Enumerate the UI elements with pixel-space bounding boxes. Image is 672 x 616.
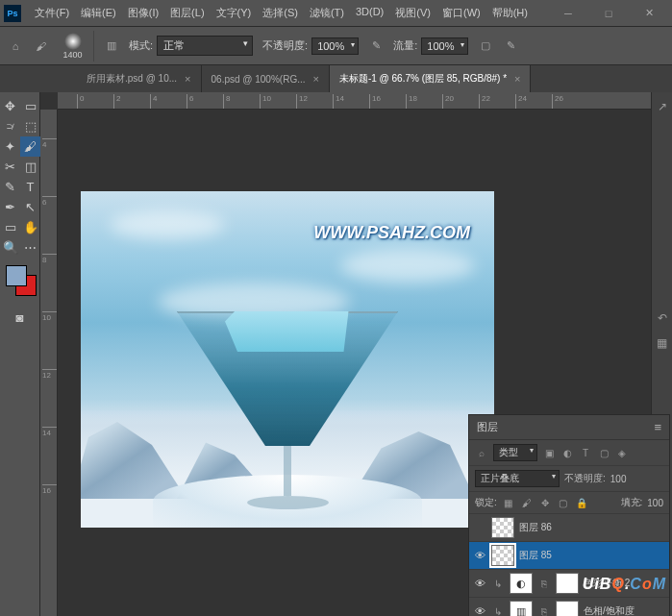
brush-tool-icon[interactable]: 🖌 [33, 38, 48, 54]
pen-tool[interactable]: ✒ [0, 197, 20, 217]
mask-thumb[interactable] [556, 573, 579, 594]
filter-smart-icon[interactable]: ◈ [615, 446, 629, 459]
ruler-v-4: 4 [42, 138, 58, 149]
layer-name[interactable]: 色相/饱和度 [584, 604, 635, 616]
filter-adj-icon[interactable]: ◐ [560, 446, 574, 459]
foreground-color[interactable] [6, 265, 27, 286]
minimize-button[interactable]: ─ [549, 2, 587, 25]
edit-toolbar[interactable]: ⋯ [20, 237, 40, 258]
menu-edit[interactable]: 编辑(E) [75, 2, 122, 24]
dock-history-icon[interactable]: ↶ [653, 308, 672, 328]
tab-1-title: 06.psd @ 100%(RG... [212, 74, 306, 85]
ruler-vertical[interactable]: 4 6 8 10 12 14 16 [40, 110, 58, 616]
tab-0[interactable]: 所用素材.psd @ 10...× [77, 65, 202, 92]
menu-view[interactable]: 视图(V) [389, 2, 436, 24]
lasso-tool[interactable]: ⟉ [0, 116, 20, 136]
visibility-toggle[interactable]: 👁 [473, 604, 486, 616]
wand-tool[interactable]: ✦ [0, 136, 20, 157]
filter-shape-icon[interactable]: ▢ [597, 446, 610, 459]
blend-row: 正片叠底 不透明度: 100 [469, 466, 669, 492]
menu-file[interactable]: 文件(F) [29, 2, 75, 24]
visibility-toggle[interactable] [473, 521, 486, 534]
ruler-h-8: 8 [223, 94, 230, 110]
pressure-opacity-icon[interactable]: ✎ [368, 38, 384, 54]
opacity-value[interactable]: 100 [610, 474, 627, 484]
link-icon: ⎘ [537, 604, 551, 616]
visibility-toggle[interactable]: 👁 [473, 549, 486, 562]
hand-tool[interactable]: ✋ [20, 217, 40, 237]
eraser-tool[interactable]: ◫ [20, 157, 40, 177]
lock-label: 锁定: [475, 496, 497, 509]
opacity-label: 不透明度: [564, 472, 606, 485]
zoom-tool[interactable]: 🔍 [0, 237, 20, 258]
dock-edit-icon[interactable]: ↗ [653, 97, 672, 116]
menu-layer[interactable]: 图层(L) [164, 2, 210, 24]
tab-1-close[interactable]: × [313, 73, 319, 85]
menu-help[interactable]: 帮助(H) [486, 2, 534, 24]
move-tool[interactable]: ✥ [0, 96, 20, 116]
layer-name[interactable]: 图层 86 [519, 521, 552, 534]
layer-name[interactable]: 图层 85 [519, 549, 552, 562]
home-icon[interactable]: ⌂ [8, 38, 23, 54]
close-button[interactable]: ✕ [630, 2, 668, 25]
search-icon[interactable]: ⌕ [475, 446, 488, 459]
mask-thumb[interactable] [556, 601, 579, 616]
flow-input[interactable]: 100% [421, 37, 468, 55]
ruler-h-0: 0 [77, 94, 84, 110]
path-tool[interactable]: ↖ [20, 197, 40, 217]
lock-artboard-icon[interactable]: ▢ [557, 496, 570, 509]
dock-swatches-icon[interactable]: ▦ [653, 333, 672, 353]
brush-preview[interactable]: 1400 [58, 31, 94, 62]
tab-2[interactable]: 未标题-1 @ 66.7% (图层 85, RGB/8#) *× [330, 65, 532, 92]
adj-thumb[interactable]: ◐ [510, 573, 533, 594]
ruler-v-12: 12 [42, 369, 58, 380]
flow-label: 流量: [393, 38, 417, 53]
menu-type[interactable]: 文字(Y) [211, 2, 258, 24]
type-tool[interactable]: T [20, 177, 40, 197]
maximize-button[interactable]: □ [589, 2, 628, 25]
menu-select[interactable]: 选择(S) [257, 2, 304, 24]
pressure-size-icon[interactable]: ✎ [503, 38, 518, 54]
tab-0-close[interactable]: × [185, 73, 190, 85]
fill-value[interactable]: 100 [647, 498, 663, 508]
ps-logo: Ps [4, 5, 21, 22]
adj-thumb[interactable]: ▥ [510, 601, 533, 616]
eyedrop-tool[interactable]: ✎ [0, 177, 20, 197]
shape-tool[interactable]: ▭ [0, 217, 20, 237]
menu-window[interactable]: 窗口(W) [436, 2, 486, 24]
window-controls: ─ □ ✕ [549, 2, 668, 25]
menu-image[interactable]: 图像(I) [122, 2, 164, 24]
opacity-input[interactable]: 100% [311, 37, 359, 55]
menu-3d[interactable]: 3D(D) [350, 2, 389, 24]
marquee-tool[interactable]: ▭ [20, 96, 40, 116]
lock-all-icon[interactable]: 🔒 [575, 496, 588, 509]
airbrush-icon[interactable]: ▢ [478, 38, 493, 54]
lock-pos-icon[interactable]: ✥ [538, 496, 552, 509]
layer-type-filter[interactable]: 类型 [493, 444, 537, 461]
document-canvas[interactable]: WWW.PSAHZ.COM [81, 191, 494, 528]
lock-trans-icon[interactable]: ▦ [502, 496, 515, 509]
filter-image-icon[interactable]: ▣ [542, 446, 556, 459]
visibility-toggle[interactable]: 👁 [473, 577, 486, 590]
blend-mode-select[interactable]: 正片叠底 [475, 470, 560, 487]
crop-tool[interactable]: ✂ [0, 157, 20, 177]
filter-type-icon[interactable]: T [579, 446, 592, 459]
document-tabs: 所用素材.psd @ 10...× 06.psd @ 100%(RG...× 未… [0, 65, 672, 92]
quick-select-tool[interactable]: ⬚ [20, 116, 40, 136]
tab-1[interactable]: 06.psd @ 100%(RG...× [202, 65, 330, 92]
layer-row-3[interactable]: 👁 ↳ ▥ ⎘ 色相/饱和度 [469, 598, 669, 616]
lock-pixels-icon[interactable]: 🖌 [520, 496, 534, 509]
ruler-horizontal[interactable]: 0 2 4 6 8 10 12 14 16 18 20 22 24 26 [58, 92, 651, 110]
layers-panel-menu[interactable]: ≡ [654, 420, 661, 434]
layer-thumb[interactable] [491, 517, 514, 538]
quick-mask[interactable]: ◙ [10, 308, 30, 328]
menu-filter[interactable]: 滤镜(T) [304, 2, 350, 24]
layer-row-1[interactable]: 👁 图层 85 [469, 542, 669, 570]
brush-settings-icon[interactable]: ▥ [104, 38, 119, 54]
mode-select[interactable]: 正常 [157, 36, 253, 56]
layer-row-0[interactable]: 图层 86 [469, 514, 669, 542]
color-swatches[interactable] [4, 265, 36, 300]
brush-tool[interactable]: 🖌 [20, 136, 40, 157]
tab-2-close[interactable]: × [514, 73, 520, 85]
layer-thumb[interactable] [491, 545, 514, 566]
